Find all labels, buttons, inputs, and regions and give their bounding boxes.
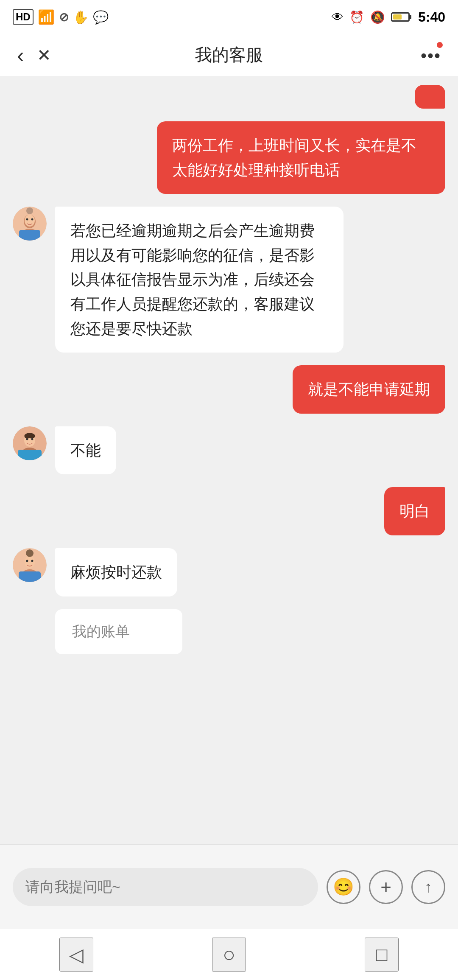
message-row: 明白 (13, 487, 445, 535)
notification-dot (437, 42, 443, 48)
send-button[interactable]: ↑ (411, 870, 445, 904)
nav-home-button[interactable]: ○ (212, 938, 246, 972)
hand-icon: ✋ (73, 10, 89, 25)
close-button[interactable]: ✕ (37, 45, 51, 65)
sent-bubble: 两份工作，上班时间又长，实在是不太能好好处理种接听电话 (157, 121, 445, 194)
battery-icon (391, 12, 410, 22)
chat-input[interactable] (13, 868, 318, 906)
hd-icon: HD (13, 9, 34, 25)
nav-back-button[interactable]: ◁ (59, 938, 93, 972)
svg-point-4 (26, 218, 28, 221)
time-display: 5:40 (418, 9, 445, 25)
received-bubble: 若您已经逾期逾期之后会产生逾期费用以及有可能影响您的征信，是否影以具体征信报告显… (55, 207, 344, 353)
nav-home-icon: ○ (223, 942, 235, 967)
message-row: 两份工作，上班时间又长，实在是不太能好好处理种接听电话 (13, 121, 445, 194)
sent-bubble: 就是不能申请延期 (293, 365, 445, 414)
svg-point-16 (26, 560, 28, 562)
back-button[interactable]: ‹ (17, 43, 24, 67)
message-row: 不能 (13, 426, 445, 475)
sent-bubble: 明白 (384, 487, 445, 535)
message-row: 若您已经逾期逾期之后会产生逾期费用以及有可能影响您的征信，是否影以具体征信报告显… (13, 207, 445, 353)
svg-rect-6 (19, 230, 40, 241)
add-button[interactable]: + (369, 870, 403, 904)
message-row: 就是不能申请延期 (13, 365, 445, 414)
wifi-icon: ⊘ (59, 10, 69, 24)
chat-bubble-icon: 💬 (93, 10, 109, 25)
received-bubble: 麻烦按时还款 (55, 548, 177, 596)
bill-card-label: 我的账单 (72, 623, 130, 639)
avatar (13, 207, 47, 241)
input-area: 😊 + ↑ (0, 844, 458, 929)
svg-point-17 (31, 560, 34, 562)
svg-rect-13 (18, 450, 42, 460)
nav-back-icon: ◁ (69, 944, 84, 966)
more-dots-label: ••• (421, 46, 441, 65)
more-button[interactable]: ••• (421, 45, 441, 66)
avatar (13, 548, 47, 582)
partial-bubble (415, 85, 445, 109)
send-icon: ↑ (424, 878, 432, 896)
alarm-icon: ⏰ (349, 10, 364, 24)
bell-off-icon: 🔕 (370, 10, 385, 24)
status-right-icons: 👁 ⏰ 🔕 5:40 (332, 9, 445, 25)
emoji-button[interactable]: 😊 (327, 870, 360, 904)
bill-card[interactable]: 我的账单 (55, 609, 182, 654)
status-left-icons: HD 📶 ⊘ ✋ 💬 (13, 9, 109, 25)
message-row-partial (13, 85, 445, 109)
svg-point-20 (26, 549, 34, 557)
chat-area: 两份工作，上班时间又长，实在是不太能好好处理种接听电话 若您已经逾期逾期之后会产… (0, 76, 458, 844)
svg-point-5 (31, 218, 34, 221)
eye-icon: 👁 (332, 10, 344, 24)
title-bar-left: ‹ ✕ (17, 43, 51, 67)
avatar (13, 426, 47, 460)
status-bar: HD 📶 ⊘ ✋ 💬 👁 ⏰ 🔕 5:40 (0, 0, 458, 34)
nav-bar: ◁ ○ □ (0, 929, 458, 980)
page-title: 我的客服 (195, 43, 263, 67)
emoji-icon: 😊 (333, 877, 354, 897)
svg-rect-19 (19, 571, 41, 582)
received-bubble: 不能 (55, 426, 116, 475)
message-row: 麻烦按时还款 (13, 548, 445, 596)
title-bar: ‹ ✕ 我的客服 ••• (0, 34, 458, 76)
nav-recent-button[interactable]: □ (365, 938, 399, 972)
nav-recent-icon: □ (376, 944, 388, 965)
add-icon: + (380, 876, 391, 898)
svg-point-7 (26, 207, 33, 214)
signal-icon: 📶 (38, 9, 55, 25)
